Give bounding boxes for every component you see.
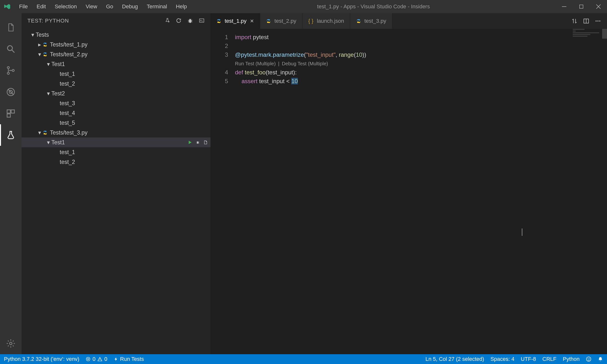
minimize-button[interactable] bbox=[556, 0, 573, 13]
compare-changes-icon[interactable] bbox=[571, 18, 578, 24]
tree-file[interactable]: ▸ Tests/test_1.py bbox=[22, 40, 211, 49]
chevron-down-icon: ▾ bbox=[46, 90, 51, 97]
tree-group-selected[interactable]: ▾ Test1 bbox=[22, 137, 211, 147]
test-sidebar: TEST: PYTHON ▾ Tests ▸ Tests/test_1.py ▾ bbox=[22, 13, 211, 354]
tab-test2[interactable]: test_2.py bbox=[260, 13, 302, 29]
tree-test[interactable]: test_3 bbox=[22, 98, 211, 108]
extensions-icon[interactable] bbox=[0, 103, 22, 124]
main-menu: File Edit Selection View Go Debug Termin… bbox=[15, 3, 191, 10]
menu-file[interactable]: File bbox=[15, 3, 32, 10]
chevron-down-icon: ▾ bbox=[30, 32, 36, 38]
sidebar-title: TEST: PYTHON bbox=[27, 18, 164, 24]
tree-test[interactable]: test_4 bbox=[22, 108, 211, 118]
debug-all-icon[interactable] bbox=[187, 18, 193, 24]
svg-point-2 bbox=[7, 66, 9, 68]
tree-group[interactable]: ▾ Test2 bbox=[22, 89, 211, 98]
tree-test[interactable]: test_5 bbox=[22, 118, 211, 128]
tree-test[interactable]: test_1 bbox=[22, 147, 211, 157]
tree-test[interactable]: test_2 bbox=[22, 79, 211, 89]
status-spaces[interactable]: Spaces: 4 bbox=[490, 356, 515, 362]
status-run-tests[interactable]: Run Tests bbox=[114, 356, 144, 362]
code-content[interactable]: import pytest @pytest.mark.parametrize("… bbox=[235, 29, 366, 354]
minimap[interactable] bbox=[573, 29, 602, 44]
activity-bar bbox=[0, 13, 22, 354]
status-interpreter[interactable]: Python 3.7.2 32-bit ('env': venv) bbox=[4, 356, 79, 362]
source-control-icon[interactable] bbox=[0, 60, 22, 81]
chevron-down-icon: ▾ bbox=[46, 61, 51, 67]
title-bar: File Edit Selection View Go Debug Termin… bbox=[0, 0, 607, 13]
status-language[interactable]: Python bbox=[563, 356, 580, 362]
open-file-icon[interactable] bbox=[203, 140, 208, 145]
text-cursor bbox=[522, 228, 522, 236]
run-icon[interactable] bbox=[187, 140, 192, 145]
svg-point-20 bbox=[588, 358, 588, 359]
menu-debug[interactable]: Debug bbox=[118, 3, 143, 10]
svg-point-19 bbox=[586, 357, 591, 361]
python-file-icon bbox=[43, 52, 48, 57]
chevron-down-icon: ▾ bbox=[46, 139, 51, 146]
svg-point-1 bbox=[8, 46, 13, 51]
tree-test[interactable]: test_1 bbox=[22, 69, 211, 79]
line-gutter: 1 2 3 4 5 bbox=[211, 29, 235, 354]
maximize-button[interactable] bbox=[573, 0, 590, 13]
svg-point-21 bbox=[589, 358, 590, 359]
codelens-run[interactable]: Run Test (Multiple) bbox=[235, 59, 276, 68]
python-file-icon bbox=[43, 130, 48, 135]
feedback-icon[interactable] bbox=[586, 356, 591, 362]
python-file-icon bbox=[266, 19, 271, 24]
vscode-insiders-icon bbox=[0, 3, 15, 10]
close-tab-icon[interactable]: ✕ bbox=[250, 18, 254, 24]
editor-scrollbar[interactable] bbox=[602, 29, 607, 39]
svg-rect-8 bbox=[11, 110, 14, 113]
chevron-right-icon: ▸ bbox=[37, 41, 43, 48]
menu-edit[interactable]: Edit bbox=[32, 3, 50, 10]
split-editor-icon[interactable] bbox=[583, 18, 589, 24]
svg-rect-0 bbox=[580, 5, 583, 8]
status-encoding[interactable]: UTF-8 bbox=[521, 356, 536, 362]
tree-group[interactable]: ▾ Test1 bbox=[22, 59, 211, 69]
window-title: test_1.py - Apps - Visual Studio Code - … bbox=[191, 3, 556, 10]
more-actions-icon[interactable] bbox=[595, 18, 601, 24]
window-controls bbox=[556, 0, 607, 13]
refresh-icon[interactable] bbox=[176, 18, 182, 24]
menu-view[interactable]: View bbox=[81, 3, 102, 10]
editor-tabs: test_1.py ✕ test_2.py { } launch.json te… bbox=[211, 13, 607, 29]
tab-launch-json[interactable]: { } launch.json bbox=[303, 13, 350, 29]
tab-test1[interactable]: test_1.py ✕ bbox=[211, 13, 260, 29]
svg-point-17 bbox=[599, 21, 600, 22]
status-eol[interactable]: CRLF bbox=[542, 356, 556, 362]
notifications-icon[interactable] bbox=[598, 356, 603, 362]
menu-terminal[interactable]: Terminal bbox=[142, 3, 171, 10]
menu-selection[interactable]: Selection bbox=[50, 3, 81, 10]
tree-file[interactable]: ▾ Tests/test_2.py bbox=[22, 49, 211, 59]
test-icon[interactable] bbox=[0, 124, 22, 146]
chevron-down-icon: ▾ bbox=[37, 130, 43, 136]
menu-go[interactable]: Go bbox=[102, 3, 118, 10]
explorer-icon[interactable] bbox=[0, 17, 22, 38]
tree-test[interactable]: test_2 bbox=[22, 157, 211, 167]
chevron-down-icon: ▾ bbox=[37, 51, 43, 58]
menu-help[interactable]: Help bbox=[172, 3, 191, 10]
code-editor[interactable]: 1 2 3 4 5 import pytest @pytest.mark.par… bbox=[211, 29, 607, 354]
tree-root[interactable]: ▾ Tests bbox=[22, 30, 211, 40]
code-lens: Run Test (Multiple) | Debug Test (Multip… bbox=[235, 59, 366, 68]
svg-rect-7 bbox=[7, 110, 10, 113]
status-problems[interactable]: 0 0 bbox=[86, 356, 107, 362]
python-file-icon bbox=[43, 42, 48, 47]
editor-area: test_1.py ✕ test_2.py { } launch.json te… bbox=[211, 13, 607, 354]
debug-icon[interactable] bbox=[0, 81, 22, 103]
tree-file[interactable]: ▾ Tests/test_3.py bbox=[22, 128, 211, 137]
tab-test3[interactable]: test_3.py bbox=[350, 13, 392, 29]
svg-point-4 bbox=[12, 69, 14, 71]
debug-icon[interactable] bbox=[195, 140, 200, 145]
run-all-icon[interactable] bbox=[164, 18, 170, 24]
svg-rect-9 bbox=[7, 114, 10, 117]
status-cursor[interactable]: Ln 5, Col 27 (2 selected) bbox=[425, 356, 484, 362]
close-button[interactable] bbox=[590, 0, 607, 13]
error-icon bbox=[86, 357, 91, 362]
warning-icon bbox=[97, 357, 102, 362]
codelens-debug[interactable]: Debug Test (Multiple) bbox=[282, 59, 328, 68]
show-output-icon[interactable] bbox=[199, 18, 205, 24]
settings-gear-icon[interactable] bbox=[0, 333, 22, 354]
search-icon[interactable] bbox=[0, 38, 22, 60]
